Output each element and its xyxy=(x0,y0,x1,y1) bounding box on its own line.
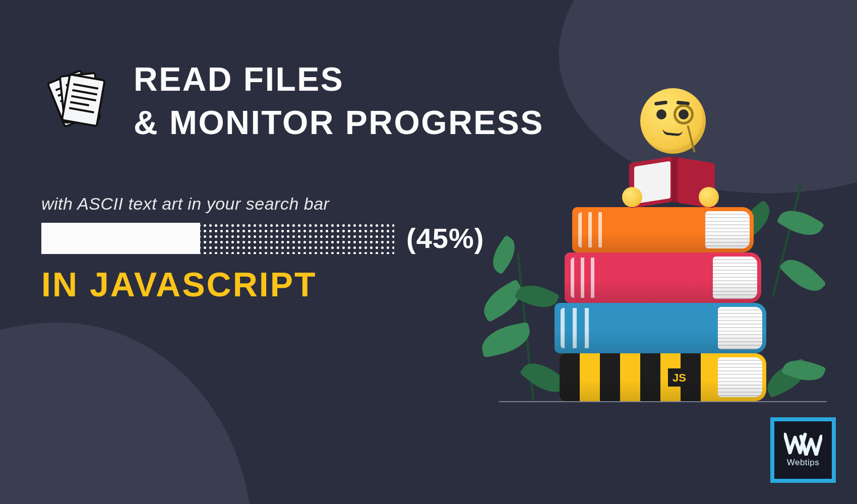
plant-right-icon xyxy=(751,171,837,297)
webtips-logo-icon xyxy=(784,432,822,456)
page-title: READ FILES & MONITOR PROGRESS xyxy=(134,58,544,145)
js-badge: JS xyxy=(668,368,691,387)
progress-bar-fill xyxy=(41,223,200,254)
books-illustration: JS xyxy=(504,111,822,423)
webtips-badge: Webtips xyxy=(770,417,836,483)
heading-line-2: & MONITOR PROGRESS xyxy=(134,104,544,141)
webtips-badge-label: Webtips xyxy=(787,458,820,468)
book-blue xyxy=(555,303,766,353)
book-javascript: JS xyxy=(560,353,766,401)
progress-bar-row: (45%) xyxy=(41,222,484,255)
plant-bottom-right-icon xyxy=(766,318,827,403)
book-red xyxy=(565,253,761,303)
language-line: IN JAVASCRIPT xyxy=(41,265,317,304)
files-icon xyxy=(45,66,116,136)
ground-line xyxy=(499,401,827,402)
svg-rect-10 xyxy=(62,75,105,127)
progress-bar-label: (45%) xyxy=(406,222,484,255)
heading-line-1: READ FILES xyxy=(134,60,344,98)
decorative-blob-bottom-left xyxy=(0,323,252,504)
reading-emoji-icon xyxy=(620,88,721,214)
subtitle: with ASCII text art in your search bar xyxy=(41,194,329,214)
progress-bar-track xyxy=(41,223,394,254)
